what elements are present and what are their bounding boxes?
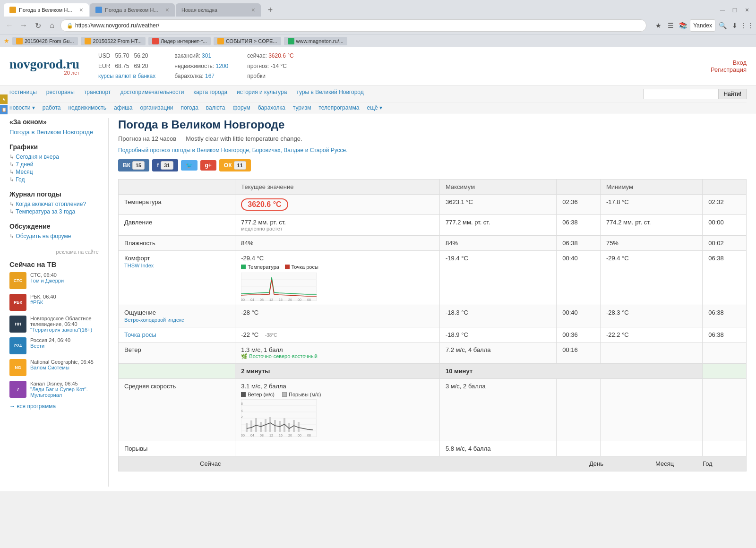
windchill-link[interactable]: Ветро-холодовой индекс bbox=[124, 317, 184, 323]
login-link[interactable]: Вход bbox=[711, 59, 747, 66]
bookmark-4[interactable]: СОБЫТИЯ > COPE... bbox=[214, 37, 281, 45]
forward-button[interactable]: → bbox=[18, 20, 29, 31]
sidebar-weather-link[interactable]: Погода в Великом Новгороде bbox=[9, 128, 99, 136]
bookmark-2[interactable]: 20150522 From HT... bbox=[81, 37, 146, 45]
bookmark-1[interactable]: 20150428 From Gu... bbox=[12, 37, 78, 45]
window-close[interactable]: × bbox=[742, 5, 752, 15]
site-header: novgorod.ru 20 лет USD 55.70 56.20 EUR 6… bbox=[0, 47, 756, 86]
download-icon[interactable]: ⬇ bbox=[730, 20, 740, 31]
nav-realty[interactable]: недвижимость bbox=[68, 104, 106, 111]
nav-history[interactable]: история и культура bbox=[237, 89, 287, 99]
rates-link[interactable]: курсы валют в банках bbox=[98, 73, 155, 79]
tab-inactive-1[interactable]: Погода в Великом Н... × bbox=[90, 3, 175, 17]
wind-chart: 6 4 2 bbox=[241, 399, 317, 437]
usd-label: USD bbox=[98, 51, 115, 61]
traffic-label: пробки bbox=[247, 71, 294, 82]
nav-sights[interactable]: достопримечательности bbox=[120, 89, 184, 99]
back-button[interactable]: ← bbox=[4, 20, 15, 31]
nav-tourism[interactable]: туризм bbox=[293, 104, 311, 111]
window-maximize[interactable]: □ bbox=[730, 5, 740, 15]
svg-text:08: 08 bbox=[260, 298, 264, 301]
register-link[interactable]: Регистрация bbox=[711, 66, 747, 73]
tab-active[interactable]: Погода в Великом Н... × bbox=[4, 3, 89, 17]
tv-show-4[interactable]: Вести bbox=[30, 343, 70, 349]
nav-afisha[interactable]: афиша bbox=[114, 104, 133, 111]
forecast-text: Mostly clear with little temperature cha… bbox=[186, 135, 302, 142]
sidebar-today[interactable]: Сегодня и вчера bbox=[9, 154, 99, 160]
gp-button[interactable]: g+ bbox=[200, 160, 216, 171]
bookmark-icon[interactable]: 📚 bbox=[678, 20, 688, 31]
tv-show-2[interactable]: #РБК bbox=[30, 300, 56, 305]
bookmark-3[interactable]: Лидер интернет-т... bbox=[148, 37, 211, 45]
refresh-button[interactable]: ↻ bbox=[32, 20, 43, 31]
wind-direction: 🌿 Восточно-северо-восточный bbox=[241, 353, 434, 360]
table-row-dewpoint: Точка росы -22 °C -38°C -18.9 °C 00:36 -… bbox=[119, 327, 747, 342]
nav-work[interactable]: работа bbox=[43, 104, 61, 111]
realty-value[interactable]: 1200 bbox=[215, 63, 228, 69]
thsw-link[interactable]: THSW Index bbox=[124, 263, 154, 268]
avgspeed-min-time bbox=[703, 378, 747, 441]
nav-news[interactable]: новости ▾ bbox=[9, 104, 35, 111]
star-icon[interactable]: ★ bbox=[653, 20, 663, 31]
nav-restaurants[interactable]: рестораны bbox=[46, 89, 75, 99]
nav-orgs[interactable]: организации bbox=[140, 104, 173, 111]
nav-tours[interactable]: туры в Великий Новгород bbox=[296, 89, 363, 99]
tv-show-3[interactable]: "Территория закона"(16+) bbox=[30, 327, 99, 333]
home-button[interactable]: ⌂ bbox=[46, 20, 58, 31]
header-login: Вход Регистрация bbox=[711, 59, 747, 73]
vacancies-value[interactable]: 301 bbox=[202, 52, 211, 59]
sidebar-7days[interactable]: 7 дней bbox=[9, 161, 99, 168]
tv-show-5[interactable]: Валом Системы bbox=[30, 365, 94, 370]
svg-text:12: 12 bbox=[269, 298, 273, 301]
nav-more[interactable]: ещё ▾ bbox=[367, 104, 382, 111]
dewpoint-link[interactable]: Точка росы bbox=[124, 331, 156, 338]
window-minimize[interactable]: ─ bbox=[717, 5, 728, 15]
table-row-temp: Температура 3620.6 °C 3623.1 °C 02:36 -1… bbox=[119, 194, 747, 214]
ok-button[interactable]: ОК 11 bbox=[219, 159, 251, 171]
bookmark-5[interactable]: www.magneton.ru/... bbox=[284, 37, 347, 45]
bottom-col3: День bbox=[589, 460, 655, 467]
yandex-search-box[interactable]: Yandex bbox=[690, 19, 715, 32]
nav-tv[interactable]: телепрограмма bbox=[318, 104, 359, 111]
nav-map[interactable]: карта города bbox=[194, 89, 228, 99]
sidebar-forum[interactable]: Обсудить на форуме bbox=[9, 233, 99, 240]
tv-all-link[interactable]: → вся программа bbox=[9, 403, 56, 410]
tab-close-3[interactable]: × bbox=[251, 6, 255, 14]
new-tab-button[interactable]: + bbox=[264, 3, 277, 17]
search-button[interactable]: Найти! bbox=[719, 89, 747, 99]
fb-button[interactable]: f 31 bbox=[152, 159, 178, 171]
bottom-section-header: Сейчас День Месяц Год bbox=[118, 456, 747, 471]
vk-button[interactable]: ВК 15 bbox=[118, 159, 149, 171]
nav-hotels[interactable]: гостиницы bbox=[9, 89, 37, 99]
menu-icon[interactable]: ⋮⋮ bbox=[742, 20, 752, 31]
wind-legend-1: Ветер (м/с) bbox=[241, 392, 275, 397]
nav-currency[interactable]: валюта bbox=[206, 104, 225, 111]
tab-close-2[interactable]: × bbox=[165, 6, 169, 14]
nav-forum[interactable]: форум bbox=[233, 104, 250, 111]
forecast-detail[interactable]: Подробный прогноз погоды в Великом Новго… bbox=[118, 147, 747, 154]
sidebar-year[interactable]: Год bbox=[9, 176, 99, 183]
nav-transport[interactable]: транспорт bbox=[84, 89, 111, 99]
sidebar-temp3y[interactable]: Температура за 3 года bbox=[9, 208, 99, 215]
sidebar-month[interactable]: Месяц bbox=[9, 169, 99, 175]
search-icon[interactable]: 🔍 bbox=[717, 20, 728, 31]
left-icon-1[interactable]: ★ bbox=[0, 94, 8, 104]
avgspeed-min bbox=[600, 378, 702, 441]
search-input[interactable] bbox=[643, 89, 719, 99]
legend-dewpoint-dot bbox=[285, 265, 290, 269]
logo-sub: 20 лет bbox=[9, 70, 79, 76]
nav-classifieds[interactable]: барахолка bbox=[258, 104, 285, 111]
tw-button[interactable]: 🐦 bbox=[181, 160, 198, 171]
baraholka-value[interactable]: 167 bbox=[205, 73, 215, 79]
rss-icon[interactable]: ☰ bbox=[665, 20, 676, 31]
address-input[interactable]: 🔒 https://www.novgorod.ru/weather/ bbox=[60, 19, 646, 32]
left-icon-2[interactable]: 📋 bbox=[0, 105, 8, 114]
sidebar-heating[interactable]: Когда включат отопление? bbox=[9, 201, 99, 207]
nav-weather[interactable]: погода bbox=[180, 104, 198, 111]
tv-show-1[interactable]: Том и Джерри bbox=[30, 278, 64, 283]
chart-temp-label: -38°C bbox=[265, 333, 277, 338]
tab-close-1[interactable]: × bbox=[79, 6, 83, 14]
wind-max: 7.2 м/с, 4 балла bbox=[439, 342, 556, 363]
tab-newtab[interactable]: Новая вкладка × bbox=[176, 3, 261, 17]
tv-show-6[interactable]: "Леди Баг и Супер-Кот". Мультсериал bbox=[30, 386, 99, 398]
